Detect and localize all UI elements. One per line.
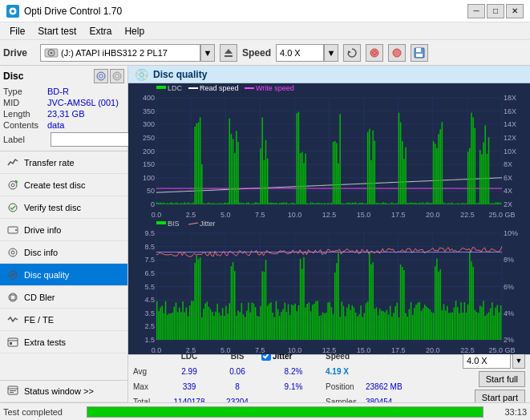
right-buttons: 4.0 X ▼ Start full Start part: [463, 353, 525, 403]
sidebar-item-fe-te[interactable]: FE / TE: [0, 309, 127, 331]
ldc-canvas: [128, 83, 530, 219]
fe-te-icon: [6, 313, 19, 326]
eject-button[interactable]: [220, 44, 237, 62]
sidebar-item-transfer-rate[interactable]: Transfer rate: [0, 151, 127, 174]
minimize-button[interactable]: ─: [467, 4, 485, 18]
svg-rect-33: [8, 338, 18, 346]
titlebar: Opti Drive Control 1.70 ─ □ ✕: [0, 0, 530, 22]
refresh-button[interactable]: [343, 44, 361, 62]
sidebar-item-drive-info[interactable]: Drive info: [0, 219, 127, 241]
progress-bar: [87, 406, 483, 418]
disc-quality-header: 💿 Disc quality: [128, 66, 530, 83]
svg-rect-35: [10, 342, 12, 345]
sidebar-item-extra-tests[interactable]: Extra tests: [0, 331, 127, 353]
titlebar-left: Opti Drive Control 1.70: [6, 5, 122, 18]
app-icon: [6, 5, 19, 18]
position-label: Position: [326, 382, 366, 391]
disc-section: Disc Type BD-R MID JVC-AMS6L (001): [0, 66, 127, 151]
svg-rect-32: [10, 295, 15, 300]
sidebar-item-cd-bler[interactable]: CD Bler: [0, 286, 127, 309]
stats-table: LDC BIS Jitter Speed Avg 2.99 0.06 8.2% …: [133, 349, 463, 402]
disc-icons: [94, 69, 124, 83]
verify-test-disc-icon: [6, 201, 19, 214]
transfer-rate-label: Transfer rate: [24, 158, 75, 168]
scan-button[interactable]: [366, 44, 383, 62]
mid-label: MID: [3, 98, 47, 107]
start-full-button[interactable]: Start full: [479, 371, 525, 387]
transfer-rate-icon: [6, 156, 19, 169]
avg-speed: 4.19 X: [326, 367, 366, 376]
status-text: Test completed: [3, 407, 83, 417]
sidebar-item-disc-quality[interactable]: Disc quality: [0, 264, 127, 286]
status-window-icon: [6, 385, 19, 398]
svg-point-9: [393, 49, 401, 57]
disc-quality-icon: [6, 269, 19, 281]
sidebar-item-disc-info[interactable]: iDisc info: [0, 241, 127, 264]
disc-quality-icon: 💿: [135, 68, 148, 81]
sidebar-item-create-test-disc[interactable]: Create test disc: [0, 174, 127, 196]
contents-value: data: [47, 120, 64, 130]
label-label: Label: [3, 135, 47, 144]
app-title: Opti Drive Control 1.70: [24, 6, 122, 17]
menu-extra[interactable]: Extra: [83, 24, 118, 38]
speed-dropdown[interactable]: 4.0 X: [276, 44, 324, 62]
drive-dropdown[interactable]: (J:) ATAPI iHBS312 2 PL17: [40, 44, 200, 62]
speed-label: Speed: [242, 47, 271, 59]
speed-select-value: 4.0 X: [467, 356, 488, 365]
speed-selector: 4.0 X ▼: [463, 353, 525, 369]
disc-section-label: Disc: [3, 71, 23, 82]
svg-point-25: [15, 229, 17, 231]
burn-button[interactable]: [388, 44, 406, 62]
svg-point-19: [9, 181, 17, 189]
disc-type-row: Type BD-R: [3, 87, 124, 96]
drive-value: (J:) ATAPI iHBS312 2 PL17: [61, 48, 168, 58]
verify-test-disc-label: Verify test disc: [24, 203, 81, 212]
speed-dropdown-arrow[interactable]: ▼: [324, 44, 338, 62]
avg-label: Avg: [133, 367, 165, 376]
svg-marker-7: [348, 50, 351, 54]
menu-start-test[interactable]: Start test: [31, 24, 83, 38]
disc-info-label: Disc info: [24, 248, 58, 257]
drive-dropdown-arrow[interactable]: ▼: [200, 44, 215, 62]
disc-mid-row: MID JVC-AMS6L (001): [3, 98, 124, 107]
speed-select-display[interactable]: 4.0 X: [463, 353, 511, 369]
speed-select-arrow[interactable]: ▼: [512, 353, 525, 369]
svg-rect-39: [10, 392, 14, 393]
length-label: Length: [3, 109, 47, 119]
avg-jitter: 8.2%: [261, 367, 326, 376]
max-ldc: 339: [165, 382, 213, 391]
charts-area: [128, 83, 530, 354]
progress-fill: [87, 407, 483, 417]
svg-marker-5: [225, 49, 233, 54]
svg-point-1: [11, 10, 14, 13]
samples-value: 380454: [366, 398, 414, 403]
stats-avg-row: Avg 2.99 0.06 8.2% 4.19 X: [133, 364, 463, 378]
disc-icon2[interactable]: [110, 69, 124, 83]
disc-contents-row: Contents data: [3, 120, 124, 130]
status-window-button[interactable]: Status window >>: [0, 380, 127, 402]
ldc-chart: [128, 83, 530, 219]
sidebar-item-verify-test-disc[interactable]: Verify test disc: [0, 196, 127, 219]
svg-rect-12: [416, 54, 423, 57]
save-button[interactable]: [411, 44, 428, 62]
sidebar: Disc Type BD-R MID JVC-AMS6L (001): [0, 66, 128, 402]
label-row: Label: [3, 131, 124, 147]
main-layout: Disc Type BD-R MID JVC-AMS6L (001): [0, 66, 530, 402]
content-area: 💿 Disc quality LDC BIS: [128, 66, 530, 402]
type-label: Type: [3, 87, 47, 96]
start-part-button[interactable]: Start part: [475, 390, 525, 403]
disc-icon1[interactable]: [94, 69, 108, 83]
type-value: BD-R: [47, 87, 69, 96]
drivebar: Drive (J:) ATAPI iHBS312 2 PL17 ▼ Speed …: [0, 40, 530, 66]
menu-file[interactable]: File: [3, 24, 31, 38]
titlebar-controls: ─ □ ✕: [467, 4, 524, 18]
mid-value: JVC-AMS6L (001): [47, 98, 119, 107]
menu-help[interactable]: Help: [118, 24, 151, 38]
disc-length-row: Length 23,31 GB: [3, 109, 124, 119]
max-bis: 8: [213, 382, 261, 391]
maximize-button[interactable]: □: [487, 4, 504, 18]
drive-info-label: Drive info: [24, 225, 61, 235]
create-test-disc-icon: [6, 179, 19, 192]
svg-rect-38: [10, 390, 16, 391]
close-button[interactable]: ✕: [506, 4, 524, 18]
